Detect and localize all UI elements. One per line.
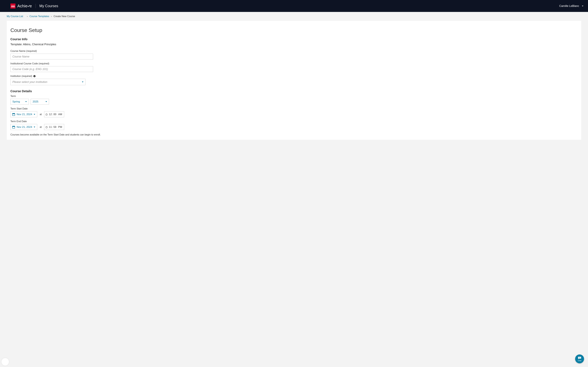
caret-down-icon [82,82,83,83]
section-course-info-heading: Course Info [10,37,578,41]
institution-select[interactable]: Please select your institution [10,79,86,85]
field-course-name: Course Name (required) [10,50,578,59]
label-institution-text: Institution (required) [10,75,32,77]
label-course-code: Institutional Course Code (required) [10,62,578,65]
user-name: Camille LeBlanc [559,4,579,8]
course-code-input[interactable] [10,66,93,72]
course-name-input[interactable] [10,54,93,59]
chevron-right-icon [27,15,28,17]
field-term: Term Spring 2025 [10,95,578,105]
term-end-time-input[interactable]: 11 : 59 PM [44,124,64,130]
field-course-code: Institutional Course Code (required) [10,62,578,72]
breadcrumb-current: Create New Course [54,15,75,17]
svg-rect-8 [14,126,14,126]
term-start-minute: 00 [53,113,57,116]
label-term-end: Term End Date [10,120,578,123]
divider [35,4,36,8]
term-end-hour: 11 [49,125,52,129]
label-institution: Institution (required) i [10,75,578,77]
caret-down-icon [25,101,27,102]
page-title: Course Setup [10,27,578,33]
term-end-date-value: Nov 21, 2024 [17,125,32,129]
svg-rect-1 [12,113,15,114]
svg-rect-6 [12,126,15,127]
term-start-time-input[interactable]: 12 : 00 AM [44,111,64,117]
label-term-start: Term Start Date [10,107,578,110]
term-end-minute: 59 [53,125,57,129]
header-page-title: My Courses [39,4,58,8]
term-start-date-value: Nov 21, 2024 [17,113,32,116]
section-course-details-heading: Course Details [10,90,578,93]
term-start-date-picker[interactable]: Nov 21, 2024 [10,111,37,117]
field-term-end: Term End Date Nov 21, 2024 at 11 : 59 [10,120,578,130]
term-season-value: Spring [12,100,20,103]
chevron-right-icon [51,15,52,17]
at-label: at [40,113,42,116]
term-season-select[interactable]: Spring [10,99,29,105]
breadcrumb-my-course-list[interactable]: My Course List [7,15,23,17]
svg-rect-3 [14,113,14,114]
brand-wordmark: Achiee [17,4,32,8]
institution-placeholder: Please select your institution [12,80,47,84]
caret-down-icon [34,114,35,115]
label-term: Term [10,95,578,98]
term-end-ampm: PM [58,125,62,129]
main-card: Course Setup Course Info Template: Atkin… [7,21,581,140]
caret-down-icon [34,127,35,127]
term-start-ampm: AM [58,113,62,116]
at-label: at [40,126,42,128]
breadcrumb-course-templates[interactable]: Course Templates [30,15,49,17]
brand-logo[interactable]: Achiee [10,3,32,8]
term-start-hour: 12 [49,113,52,116]
template-line: Template: Atkins, Chemical Principles [10,43,578,46]
time-colon: : [52,125,53,129]
brand-mark-icon [10,3,16,8]
field-institution: Institution (required) i Please select y… [10,75,578,85]
term-end-date-picker[interactable]: Nov 21, 2024 [10,124,37,130]
user-menu[interactable]: Camille LeBlanc [559,4,583,8]
term-note: Courses become available on the Term Sta… [10,133,578,136]
caret-down-icon [45,101,47,102]
clock-icon [45,126,48,128]
info-icon[interactable]: i [33,75,35,77]
time-colon: : [52,113,53,116]
breadcrumb: My Course List Course Templates Create N… [0,12,588,21]
svg-rect-2 [13,113,13,114]
term-year-value: 2025 [33,100,38,103]
label-course-name: Course Name (required) [10,50,578,52]
field-term-start: Term Start Date Nov 21, 2024 at 12 : [10,107,578,117]
clock-icon [45,113,48,116]
term-year-select[interactable]: 2025 [31,99,49,105]
caret-down-icon [582,6,583,6]
svg-rect-7 [13,126,13,126]
app-header: Achiee My Courses Camille LeBlanc [0,0,588,12]
calendar-icon [12,113,15,116]
calendar-icon [12,125,15,129]
